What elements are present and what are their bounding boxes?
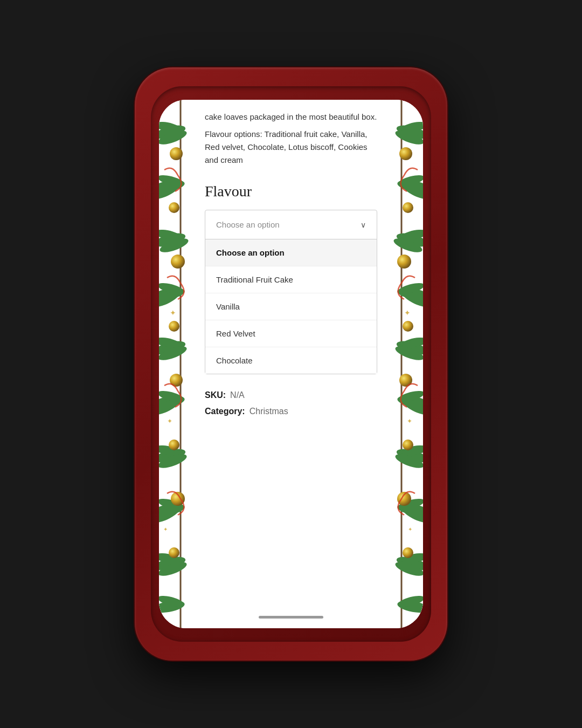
description-text: cake loaves packaged in the most beautif…	[205, 100, 377, 123]
category-value: Christmas	[250, 407, 288, 416]
screen: ✦ ✦ ✦ ✦ ✦ ✦ cake loaves packaged in th	[159, 100, 423, 628]
category-row: Category: Christmas	[205, 407, 377, 416]
flavour-dropdown[interactable]: Choose an option ∨ Choose an option Trad…	[205, 210, 377, 374]
screen-content: cake loaves packaged in the most beautif…	[159, 100, 423, 628]
phone-outer: ✦ ✦ ✦ ✦ ✦ ✦ cake loaves packaged in th	[135, 67, 447, 661]
flavour-heading: Flavour	[205, 183, 377, 200]
dropdown-option-vanilla[interactable]: Vanilla	[205, 293, 377, 320]
sku-label: SKU:	[205, 390, 226, 400]
dropdown-option-traditional[interactable]: Traditional Fruit Cake	[205, 266, 377, 293]
dropdown-selected[interactable]: Choose an option ∨	[205, 210, 377, 239]
home-indicator	[259, 616, 323, 619]
category-label: Category:	[205, 407, 245, 416]
sku-row: SKU: N/A	[205, 390, 377, 400]
flavour-options-text: Flavour options: Traditional fruit cake,…	[205, 128, 377, 167]
dropdown-options-list: Choose an option Traditional Fruit Cake …	[205, 239, 377, 374]
dropdown-option-chocolate[interactable]: Chocolate	[205, 347, 377, 374]
meta-section: SKU: N/A Category: Christmas	[205, 390, 377, 416]
dropdown-option-red-velvet[interactable]: Red Velvet	[205, 320, 377, 347]
dropdown-option-choose[interactable]: Choose an option	[205, 239, 377, 266]
sku-value: N/A	[230, 390, 245, 400]
phone-inner: ✦ ✦ ✦ ✦ ✦ ✦ cake loaves packaged in th	[151, 86, 431, 642]
dropdown-placeholder: Choose an option	[216, 220, 280, 229]
chevron-down-icon: ∨	[361, 221, 366, 229]
